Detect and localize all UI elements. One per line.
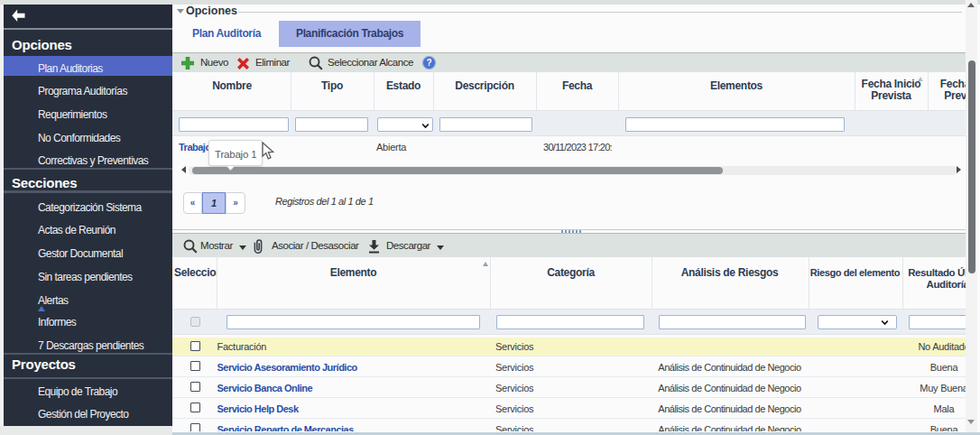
- svg-text:?: ?: [426, 58, 431, 68]
